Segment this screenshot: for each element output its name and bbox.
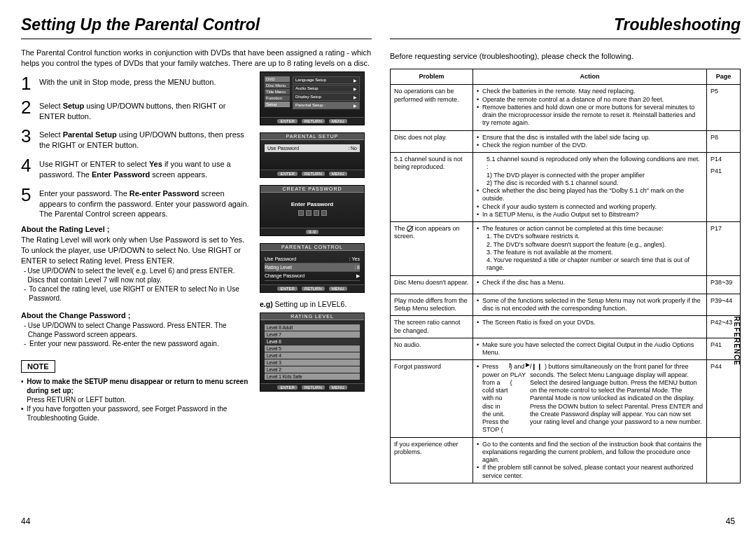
note-item: •If you have forgotten your password, se… [21,404,250,422]
cell-page: P14P41 [707,153,741,222]
cell-page: P38~39 [707,275,741,294]
fig-level-item: Level 2 [265,366,360,373]
table-row: Play mode differs from the Setup Menu se… [391,294,741,316]
cell-action: •Check if the disc has a Menu. [473,275,707,294]
fig-parental-control: PARENTAL CONTROL Use Password: Yes Ratin… [260,243,365,293]
page-title-left: Setting Up the Parental Control [21,15,372,34]
fig-menu-item: Title Menu [265,89,290,95]
fig-level-item: Level 7 [265,331,360,338]
cell-action: •Some of the functions selected in the S… [473,294,707,316]
intro-right: Before requesting service (troubleshooti… [390,52,741,60]
cell-action: •Press power on from a cold start with n… [473,360,707,437]
col-action: Action [473,69,707,85]
cell-page: P17 [707,222,741,276]
fig-header: PARENTAL CONTROL [260,244,364,251]
table-row: No audio.•Make sure you have selected th… [391,338,741,360]
cell-problem: Disc Menu doesn't appear. [391,275,473,294]
figure-column: DVD Disc Menu Title Menu Function Setup … [260,71,372,422]
fig-line: Use Password: Yes [265,255,360,263]
table-row: The icon appears on screen.•The features… [391,222,741,276]
fig-level-item: Level 5 [265,345,360,352]
rating-bullets: -Use UP/DOWN to select the level( e.g. L… [21,266,250,303]
cell-action: •The features or action cannot be comple… [473,222,707,276]
note-label: NOTE [21,360,55,373]
fig-dvd-badge: DVD [265,76,290,82]
fig-line: Change Password▶ [265,272,360,281]
rating-body: The Rating Level will work only when Use… [21,235,250,266]
fig-setup-menu: DVD Disc Menu Title Menu Function Setup … [260,71,365,125]
fig-line: Rating Level: 8 [265,263,360,272]
fig-menu-item-r: Display Setup▶ [293,93,360,101]
note-list: •How to make the SETUP menu disappear or… [21,377,250,422]
bullet-item: -Enter your new password. Re-enter the n… [24,339,250,348]
change-pw-subhead: About the Change Password ; [21,311,250,319]
cell-action: •Check the batteries in the remote. May … [473,85,707,130]
steps-list: 1With the unit in Stop mode, press the M… [21,74,250,220]
table-row: Forgot password•Press power on from a co… [391,360,741,437]
fig-header: RATING LEVEL [260,313,364,320]
fig-caption: e.g) e.g) Setting up in LEVEL6.Setting u… [260,300,372,308]
table-row: Disc Menu doesn't appear.•Check if the d… [391,275,741,294]
troubleshooting-table: Problem Action Page No operations can be… [390,69,741,483]
step: 1With the unit in Stop mode, press the M… [21,74,250,92]
bullet-item: -Use UP/DOWN to select the level( e.g. L… [24,266,250,284]
cell-action: •Make sure you have selected the correct… [473,338,707,360]
cell-problem: No audio. [391,338,473,360]
step-body: Select Setup using UP/DOWN buttons, then… [39,98,250,122]
cell-problem: No operations can be performed with remo… [391,85,473,130]
cell-problem: Disc does not play. [391,130,473,153]
change-pw-bullets: -Use UP/DOWN to select Change Password. … [21,321,250,348]
cell-page: P5 [707,85,741,130]
fig-menu-item: Function [265,95,290,101]
fig-button-bar: ENTERRETURNMENU [260,170,364,177]
step-body: With the unit in Stop mode, press the ME… [39,74,250,92]
step: 4Use RIGHT or ENTER to select Yes if you… [21,156,250,180]
intro-left: The Parental Control function works in c… [21,48,372,69]
step-body: Use RIGHT or ENTER to select Yes if you … [39,156,250,180]
cell-action: 5.1 channel sound is reproduced only whe… [473,153,707,222]
fig-level-item: Level 4 [265,352,360,359]
fig-level-item: Level 8 Adult [265,324,360,331]
left-text-column: 1With the unit in Stop mode, press the M… [21,71,250,422]
fig-parental-setup: PARENTAL SETUP Use Password: No ENTERRET… [260,132,365,178]
fig-level-item: Level 3 [265,359,360,366]
fig-level-item: Level 6 [265,338,360,345]
fig-button-bar: ENTERRETURNMENU [260,284,364,292]
step-number: 5 [21,186,35,220]
fig-create-password: CREATE PASSWORD Enter Password 0–9 [260,185,365,236]
cell-page: P8 [707,130,741,153]
rule [390,39,741,39]
cell-action: •The Screen Ratio is fixed on your DVDs. [473,316,707,338]
fig-button-bar: 0–9 [260,228,364,235]
fig-menu-item-r: Parental Setup :▶ [293,102,360,109]
rule [21,39,372,39]
page-number-left: 44 [21,516,30,526]
page-right: Troubleshooting Before requesting servic… [390,15,741,497]
bullet-item: -To cancel the rating level, use RIGHT o… [24,284,250,303]
step-body: Select Parental Setup using UP/DOWN butt… [39,127,250,151]
rating-subhead: About the Rating Level ; [21,225,250,233]
fig-level-item: Level 1 Kids Safe [265,373,360,380]
cell-problem: The icon appears on screen. [391,222,473,276]
fig-header: CREATE PASSWORD [260,186,364,193]
fig-menu-item: Disc Menu [265,83,290,88]
table-row: If you experience other problems.•Go to … [391,437,741,483]
prohibit-icon [407,226,413,232]
fig-menu-item: Setup [265,102,290,107]
fig-button-bar: ENTERRETURNMENU [260,117,364,125]
fig-password-boxes [265,210,360,216]
side-tab-reference: REFERENCE [733,316,741,366]
step-number: 4 [21,156,35,180]
cell-action: •Ensure that the disc is installed with … [473,130,707,153]
fig-header: PARENTAL SETUP [260,133,364,140]
step-number: 2 [21,98,35,122]
fig-rating-level: RATING LEVEL Level 8 AdultLevel 7Level 6… [260,312,365,392]
cell-problem: 5.1 channel sound is not being reproduce… [391,153,473,222]
fig-line: Use Password: No [265,144,360,152]
cell-problem: Forgot password [391,360,473,437]
cell-page: P44 [707,360,741,437]
table-row: The screen ratio cannot be changed.•The … [391,316,741,338]
note-box: NOTE •How to make the SETUP menu disappe… [21,359,250,422]
cell-problem: Play mode differs from the Setup Menu se… [391,294,473,316]
cell-page [707,437,741,483]
